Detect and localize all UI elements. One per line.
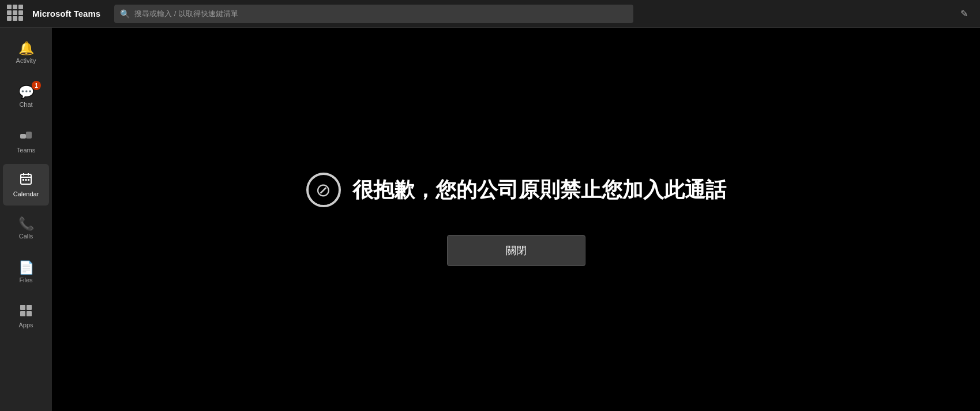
sidebar-label-teams: Teams <box>17 147 35 154</box>
sidebar-label-apps: Apps <box>18 322 33 328</box>
sidebar-item-files[interactable]: 📄 Files <box>3 252 49 293</box>
sidebar-label-activity: Activity <box>16 57 36 64</box>
svg-rect-0 <box>20 134 26 139</box>
app-title: Microsoft Teams <box>32 9 100 18</box>
sidebar-item-calendar[interactable]: Calendar <box>3 164 49 206</box>
sidebar-item-teams[interactable]: Teams <box>3 120 49 162</box>
sidebar-item-activity[interactable]: 🔔 Activity <box>3 32 49 74</box>
sidebar-item-calls[interactable]: 📞 Calls <box>3 208 49 249</box>
chat-icon: 💬 <box>18 86 34 99</box>
svg-rect-6 <box>22 179 24 181</box>
title-bar: Microsoft Teams 🔍 ✎ <box>0 0 980 28</box>
chat-badge: 1 <box>32 81 41 90</box>
close-button[interactable]: 關閉 <box>447 235 585 266</box>
svg-rect-9 <box>20 305 25 310</box>
search-input[interactable] <box>134 9 628 18</box>
search-icon: 🔍 <box>120 9 130 18</box>
sidebar-item-apps[interactable]: Apps <box>3 296 49 337</box>
calendar-icon <box>19 172 33 188</box>
error-text: 很抱歉，您的公司原則禁止您加入此通話 <box>352 176 726 204</box>
search-bar[interactable]: 🔍 <box>114 5 633 23</box>
files-icon: 📄 <box>18 261 34 274</box>
apps-icon <box>20 304 32 319</box>
svg-rect-1 <box>26 132 32 139</box>
svg-rect-11 <box>20 311 25 316</box>
sidebar: 🔔 Activity 💬 Chat 1 Teams <box>0 28 52 411</box>
block-icon: ⊘ <box>306 173 341 207</box>
svg-rect-8 <box>28 179 29 181</box>
app-grid-icon[interactable] <box>7 5 25 23</box>
main-layout: 🔔 Activity 💬 Chat 1 Teams <box>0 28 980 411</box>
svg-rect-10 <box>27 305 32 310</box>
sidebar-label-files: Files <box>19 277 32 283</box>
sidebar-label-calls: Calls <box>19 233 33 240</box>
teams-icon <box>19 128 33 144</box>
content-area: ⊘ 很抱歉，您的公司原則禁止您加入此通話 關閉 <box>52 28 980 411</box>
calls-icon: 📞 <box>18 218 34 230</box>
compose-icon[interactable]: ✎ <box>955 5 973 23</box>
svg-rect-7 <box>25 179 27 181</box>
sidebar-item-chat[interactable]: 💬 Chat 1 <box>3 76 49 118</box>
activity-icon: 🔔 <box>18 42 34 55</box>
error-message: ⊘ 很抱歉，您的公司原則禁止您加入此通話 <box>306 173 726 207</box>
sidebar-label-chat: Chat <box>19 101 32 108</box>
error-container: ⊘ 很抱歉，您的公司原則禁止您加入此通話 關閉 <box>306 173 726 266</box>
svg-rect-12 <box>27 311 32 316</box>
sidebar-label-calendar: Calendar <box>13 190 39 197</box>
